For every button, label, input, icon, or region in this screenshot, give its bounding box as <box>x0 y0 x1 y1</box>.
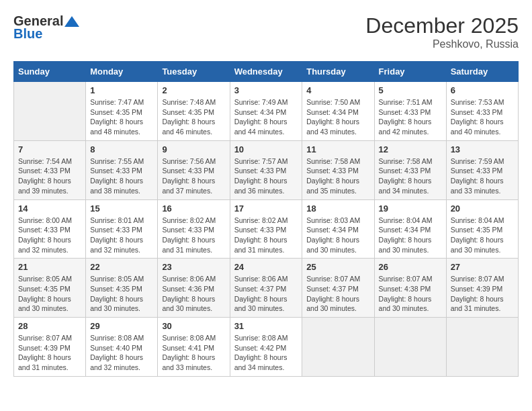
logo: General Blue <box>13 13 81 42</box>
location: Peshkovo, Russia <box>365 38 519 50</box>
calendar-cell: 1Sunrise: 7:47 AM Sunset: 4:35 PM Daylig… <box>86 82 158 141</box>
day-number: 8 <box>90 144 153 154</box>
calendar-cell: 17Sunrise: 8:02 AM Sunset: 4:33 PM Dayli… <box>230 199 302 259</box>
day-number: 25 <box>306 262 369 272</box>
day-info: Sunrise: 8:07 AM Sunset: 4:39 PM Dayligh… <box>451 274 514 314</box>
day-info: Sunrise: 8:08 AM Sunset: 4:42 PM Dayligh… <box>234 333 298 373</box>
day-info: Sunrise: 7:59 AM Sunset: 4:33 PM Dayligh… <box>451 156 514 196</box>
day-number: 28 <box>18 321 81 331</box>
day-info: Sunrise: 8:02 AM Sunset: 4:33 PM Dayligh… <box>234 216 298 255</box>
day-number: 7 <box>18 144 81 154</box>
calendar-cell: 8Sunrise: 7:55 AM Sunset: 4:33 PM Daylig… <box>86 140 158 199</box>
day-number: 12 <box>379 144 442 154</box>
day-number: 30 <box>162 321 225 331</box>
day-number: 24 <box>234 262 298 272</box>
calendar-cell: 18Sunrise: 8:03 AM Sunset: 4:34 PM Dayli… <box>302 199 374 259</box>
calendar-cell: 28Sunrise: 8:07 AM Sunset: 4:39 PM Dayli… <box>14 318 86 377</box>
day-info: Sunrise: 8:07 AM Sunset: 4:39 PM Dayligh… <box>18 333 81 373</box>
weekday-header-thursday: Thursday <box>302 62 374 82</box>
day-number: 17 <box>234 203 298 214</box>
calendar-body: 1Sunrise: 7:47 AM Sunset: 4:35 PM Daylig… <box>14 82 519 377</box>
day-info: Sunrise: 8:08 AM Sunset: 4:41 PM Dayligh… <box>162 333 225 373</box>
calendar-cell: 5Sunrise: 7:51 AM Sunset: 4:33 PM Daylig… <box>374 82 446 141</box>
day-number: 27 <box>451 262 514 272</box>
calendar-cell: 26Sunrise: 8:07 AM Sunset: 4:38 PM Dayli… <box>374 259 446 318</box>
day-number: 14 <box>18 203 81 214</box>
week-row-2: 14Sunrise: 8:00 AM Sunset: 4:33 PM Dayli… <box>14 199 519 259</box>
day-info: Sunrise: 8:05 AM Sunset: 4:35 PM Dayligh… <box>18 274 81 314</box>
day-info: Sunrise: 7:51 AM Sunset: 4:33 PM Dayligh… <box>379 97 442 137</box>
day-info: Sunrise: 7:58 AM Sunset: 4:33 PM Dayligh… <box>379 156 442 196</box>
day-number: 9 <box>162 144 225 154</box>
day-info: Sunrise: 7:50 AM Sunset: 4:34 PM Dayligh… <box>306 97 369 137</box>
calendar-cell: 31Sunrise: 8:08 AM Sunset: 4:42 PM Dayli… <box>230 318 302 377</box>
day-number: 5 <box>379 85 442 95</box>
calendar-cell: 6Sunrise: 7:53 AM Sunset: 4:33 PM Daylig… <box>446 82 518 141</box>
day-info: Sunrise: 8:08 AM Sunset: 4:40 PM Dayligh… <box>90 333 153 373</box>
calendar-cell: 25Sunrise: 8:07 AM Sunset: 4:37 PM Dayli… <box>302 259 374 318</box>
weekday-header-tuesday: Tuesday <box>158 62 230 82</box>
day-number: 11 <box>306 144 369 154</box>
calendar-cell: 7Sunrise: 7:54 AM Sunset: 4:33 PM Daylig… <box>14 140 86 199</box>
day-number: 15 <box>90 203 153 214</box>
day-info: Sunrise: 8:00 AM Sunset: 4:33 PM Dayligh… <box>18 216 81 255</box>
calendar-cell: 2Sunrise: 7:48 AM Sunset: 4:35 PM Daylig… <box>158 82 230 141</box>
calendar-cell <box>446 318 518 377</box>
day-info: Sunrise: 7:49 AM Sunset: 4:34 PM Dayligh… <box>234 97 298 137</box>
calendar-cell: 12Sunrise: 7:58 AM Sunset: 4:33 PM Dayli… <box>374 140 446 199</box>
calendar-cell: 27Sunrise: 8:07 AM Sunset: 4:39 PM Dayli… <box>446 259 518 318</box>
calendar-table: SundayMondayTuesdayWednesdayThursdayFrid… <box>13 61 519 377</box>
month-title: December 2025 <box>365 13 519 38</box>
calendar-cell: 22Sunrise: 8:05 AM Sunset: 4:35 PM Dayli… <box>86 259 158 318</box>
day-number: 21 <box>18 262 81 272</box>
day-info: Sunrise: 7:57 AM Sunset: 4:33 PM Dayligh… <box>234 156 298 196</box>
title-area: December 2025 Peshkovo, Russia <box>365 13 519 50</box>
day-number: 13 <box>451 144 514 154</box>
day-info: Sunrise: 7:54 AM Sunset: 4:33 PM Dayligh… <box>18 156 81 196</box>
calendar-cell: 4Sunrise: 7:50 AM Sunset: 4:34 PM Daylig… <box>302 82 374 141</box>
day-number: 20 <box>451 203 514 214</box>
day-info: Sunrise: 8:02 AM Sunset: 4:33 PM Dayligh… <box>162 216 225 255</box>
day-info: Sunrise: 8:07 AM Sunset: 4:38 PM Dayligh… <box>379 274 442 314</box>
day-number: 1 <box>90 85 153 95</box>
calendar-cell: 30Sunrise: 8:08 AM Sunset: 4:41 PM Dayli… <box>158 318 230 377</box>
calendar-cell: 9Sunrise: 7:56 AM Sunset: 4:33 PM Daylig… <box>158 140 230 199</box>
day-number: 2 <box>162 85 225 95</box>
calendar-cell: 14Sunrise: 8:00 AM Sunset: 4:33 PM Dayli… <box>14 199 86 259</box>
calendar-cell <box>14 82 86 141</box>
day-info: Sunrise: 7:47 AM Sunset: 4:35 PM Dayligh… <box>90 97 153 137</box>
day-info: Sunrise: 8:01 AM Sunset: 4:33 PM Dayligh… <box>90 216 153 255</box>
header: General Blue December 2025 Peshkovo, Rus… <box>13 13 519 50</box>
day-number: 22 <box>90 262 153 272</box>
day-info: Sunrise: 8:03 AM Sunset: 4:34 PM Dayligh… <box>306 216 369 255</box>
day-number: 6 <box>451 85 514 95</box>
week-row-3: 21Sunrise: 8:05 AM Sunset: 4:35 PM Dayli… <box>14 259 519 318</box>
day-info: Sunrise: 8:05 AM Sunset: 4:35 PM Dayligh… <box>90 274 153 314</box>
logo-blue-text: Blue <box>13 26 42 42</box>
weekday-header-friday: Friday <box>374 62 446 82</box>
day-number: 3 <box>234 85 298 95</box>
day-info: Sunrise: 7:48 AM Sunset: 4:35 PM Dayligh… <box>162 97 225 137</box>
day-info: Sunrise: 8:04 AM Sunset: 4:35 PM Dayligh… <box>451 216 514 255</box>
day-info: Sunrise: 8:04 AM Sunset: 4:34 PM Dayligh… <box>379 216 442 255</box>
day-info: Sunrise: 7:53 AM Sunset: 4:33 PM Dayligh… <box>451 97 514 137</box>
calendar-cell: 16Sunrise: 8:02 AM Sunset: 4:33 PM Dayli… <box>158 199 230 259</box>
svg-marker-0 <box>64 16 79 27</box>
day-info: Sunrise: 8:06 AM Sunset: 4:36 PM Dayligh… <box>162 274 225 314</box>
calendar-cell: 10Sunrise: 7:57 AM Sunset: 4:33 PM Dayli… <box>230 140 302 199</box>
calendar-cell: 19Sunrise: 8:04 AM Sunset: 4:34 PM Dayli… <box>374 199 446 259</box>
day-number: 16 <box>162 203 225 214</box>
calendar-cell: 20Sunrise: 8:04 AM Sunset: 4:35 PM Dayli… <box>446 199 518 259</box>
day-number: 31 <box>234 321 298 331</box>
calendar-cell <box>374 318 446 377</box>
calendar-cell: 24Sunrise: 8:06 AM Sunset: 4:37 PM Dayli… <box>230 259 302 318</box>
day-info: Sunrise: 7:55 AM Sunset: 4:33 PM Dayligh… <box>90 156 153 196</box>
calendar-cell: 29Sunrise: 8:08 AM Sunset: 4:40 PM Dayli… <box>86 318 158 377</box>
day-number: 23 <box>162 262 225 272</box>
week-row-0: 1Sunrise: 7:47 AM Sunset: 4:35 PM Daylig… <box>14 82 519 141</box>
calendar-cell: 23Sunrise: 8:06 AM Sunset: 4:36 PM Dayli… <box>158 259 230 318</box>
day-number: 19 <box>379 203 442 214</box>
weekday-header-wednesday: Wednesday <box>230 62 302 82</box>
calendar-cell <box>302 318 374 377</box>
weekday-header-sunday: Sunday <box>14 62 86 82</box>
